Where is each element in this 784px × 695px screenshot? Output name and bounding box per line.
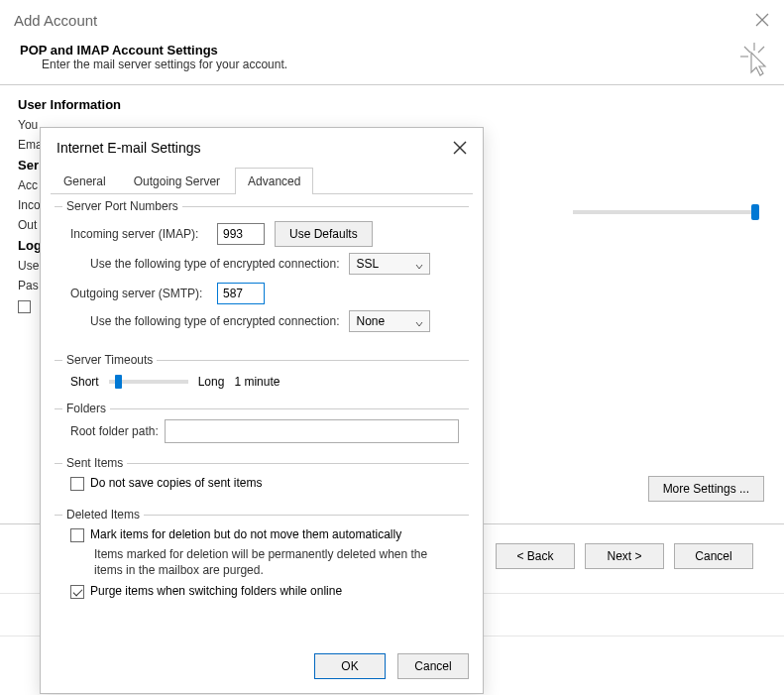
cancel-button-main[interactable]: Cancel	[674, 543, 753, 569]
dialog-title: Internet E-mail Settings	[56, 140, 201, 156]
cursor-icon	[738, 43, 770, 78]
folders-legend: Folders	[62, 402, 110, 415]
bg-checkbox[interactable]	[18, 300, 31, 313]
incoming-port-label: Incoming server (IMAP):	[70, 227, 207, 241]
timeouts-legend: Server Timeouts	[62, 353, 157, 367]
outgoing-port-label: Outgoing server (SMTP):	[70, 287, 207, 300]
chevron-down-icon	[415, 260, 423, 268]
more-settings-row: More Settings ...	[648, 476, 764, 502]
server-port-legend: Server Port Numbers	[62, 199, 182, 213]
mark-deletion-checkbox[interactable]	[70, 528, 84, 542]
tab-advanced[interactable]: Advanced	[235, 168, 313, 194]
root-folder-label: Root folder path:	[70, 424, 159, 438]
svg-line-4	[758, 47, 764, 53]
sent-items-legend: Sent Items	[62, 456, 127, 470]
user-info-heading: User Information	[18, 97, 766, 112]
dialog-header: Internet E-mail Settings	[41, 128, 483, 158]
timeout-value: 1 minute	[234, 375, 280, 389]
outgoing-port-input[interactable]	[217, 283, 265, 304]
incoming-encryption-row: Use the following type of encrypted conn…	[90, 253, 459, 275]
dialog-buttons: OK Cancel	[314, 653, 469, 679]
incoming-port-input[interactable]	[217, 223, 265, 245]
your-name-label: You	[18, 118, 38, 132]
main-header: Add Account	[0, 0, 784, 35]
back-button[interactable]: < Back	[496, 543, 575, 569]
cancel-button[interactable]: Cancel	[397, 653, 469, 679]
timeout-slider-row: Short Long 1 minute	[64, 375, 459, 389]
root-folder-input[interactable]	[165, 419, 459, 443]
no-save-sent-label: Do not save copies of sent items	[90, 476, 262, 490]
tab-general[interactable]: General	[51, 168, 119, 194]
no-save-sent-row: Do not save copies of sent items	[64, 476, 459, 491]
add-account-window: Add Account POP and IMAP Account Setting…	[0, 0, 784, 695]
timeout-long-label: Long	[198, 375, 225, 389]
account-label: Acc	[18, 178, 38, 192]
svg-line-3	[744, 47, 750, 53]
deleted-items-group: Deleted Items Mark items for deletion bu…	[55, 515, 469, 613]
section-subtitle: Enter the mail server settings for your …	[20, 58, 287, 71]
no-save-sent-checkbox[interactable]	[70, 477, 84, 491]
divider	[0, 84, 784, 85]
incoming-enc-value: SSL	[356, 257, 379, 271]
use-defaults-button[interactable]: Use Defaults	[275, 221, 373, 247]
nav-buttons: < Back Next > Cancel	[496, 543, 753, 569]
slider-thumb[interactable]	[751, 204, 759, 220]
incoming-enc-label: Use the following type of encrypted conn…	[90, 257, 339, 271]
root-folder-row: Root folder path:	[64, 419, 459, 443]
incoming-enc-select[interactable]: SSL	[349, 253, 430, 275]
timeout-slider[interactable]	[109, 380, 188, 384]
timeout-slider-thumb[interactable]	[115, 375, 122, 389]
purge-row: Purge items when switching folders while…	[64, 584, 459, 599]
outgoing-enc-value: None	[356, 314, 385, 328]
mark-deletion-label: Mark items for deletion but do not move …	[90, 527, 401, 541]
server-port-numbers-group: Server Port Numbers Incoming server (IMA…	[55, 206, 469, 350]
mark-deletion-row: Mark items for deletion but do not move …	[64, 527, 459, 542]
incoming-label: Inco	[18, 198, 41, 212]
mark-deletion-help: Items marked for deletion will be perman…	[64, 546, 459, 578]
section-title: POP and IMAP Account Settings	[20, 43, 287, 58]
outgoing-enc-select[interactable]: None	[349, 310, 430, 332]
chevron-down-icon	[415, 317, 423, 325]
username-label: Use	[18, 259, 39, 273]
folders-group: Folders Root folder path:	[55, 408, 469, 453]
tab-outgoing-server[interactable]: Outgoing Server	[121, 168, 233, 194]
server-timeouts-group: Server Timeouts Short Long 1 minute	[55, 360, 469, 399]
outgoing-enc-label: Use the following type of encrypted conn…	[90, 314, 339, 328]
internet-email-settings-dialog: Internet E-mail Settings General Outgoin…	[40, 127, 484, 694]
outgoing-port-row: Outgoing server (SMTP):	[64, 283, 459, 304]
deleted-items-legend: Deleted Items	[62, 508, 144, 521]
next-button[interactable]: Next >	[585, 543, 664, 569]
timeout-short-label: Short	[70, 375, 99, 389]
email-label: Ema	[18, 138, 43, 152]
tab-advanced-body: Server Port Numbers Incoming server (IMA…	[41, 194, 483, 635]
outgoing-encryption-row: Use the following type of encrypted conn…	[90, 310, 459, 332]
dialog-tabs: General Outgoing Server Advanced	[51, 168, 473, 194]
password-label: Pas	[18, 279, 39, 292]
ok-button[interactable]: OK	[314, 653, 386, 679]
window-title: Add Account	[14, 12, 97, 29]
close-icon[interactable]	[754, 12, 770, 28]
more-settings-button[interactable]: More Settings ...	[648, 476, 764, 502]
outgoing-label: Out	[18, 218, 37, 232]
section-title-row: POP and IMAP Account Settings Enter the …	[0, 35, 784, 78]
sent-items-group: Sent Items Do not save copies of sent it…	[55, 463, 469, 505]
purge-label: Purge items when switching folders while…	[90, 584, 342, 598]
incoming-port-row: Incoming server (IMAP): Use Defaults	[64, 221, 459, 247]
offline-slider[interactable]	[565, 210, 767, 214]
dialog-close-icon[interactable]	[453, 141, 467, 155]
purge-checkbox[interactable]	[70, 585, 84, 599]
